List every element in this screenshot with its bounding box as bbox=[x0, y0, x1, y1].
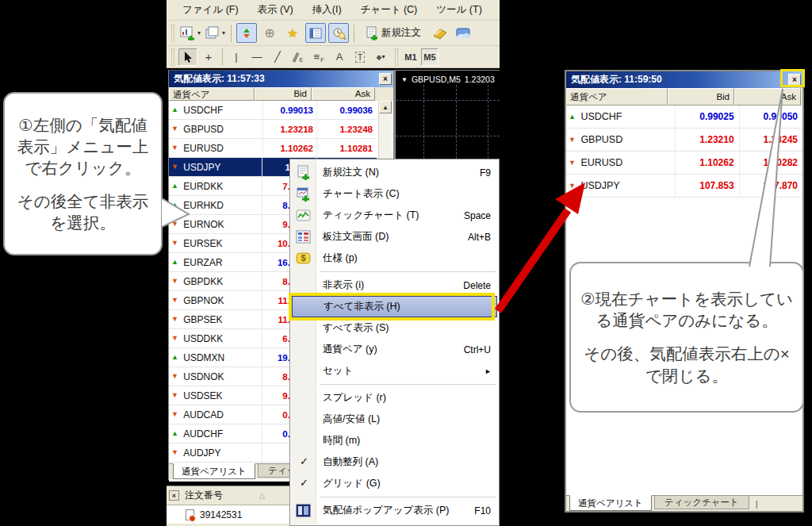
menu-item-time[interactable]: 時間 (m) bbox=[290, 430, 499, 451]
pair-label: USDNOK bbox=[183, 371, 224, 382]
tab-divider: | bbox=[756, 499, 758, 509]
table-row[interactable]: GBPUSD1.232181.23248 bbox=[169, 120, 377, 139]
menu-chart[interactable]: チャート (C) bbox=[351, 3, 427, 17]
table-row[interactable]: EURUSD1.102621.10281 bbox=[169, 139, 377, 158]
column-header-bid[interactable]: Bid bbox=[255, 87, 312, 101]
menu-item-new-order[interactable]: 新規注文 (N) F9 bbox=[290, 162, 499, 183]
trend-arrow-icon bbox=[171, 278, 181, 285]
column-header-ask[interactable]: Ask bbox=[312, 87, 375, 101]
strategy-tester-button[interactable] bbox=[328, 23, 349, 43]
order-number-column-header[interactable]: 注文番号 bbox=[185, 489, 223, 502]
pair-label: GBPUSD bbox=[183, 124, 224, 135]
cursor-tool-button[interactable] bbox=[178, 48, 197, 66]
menu-tools[interactable]: ツール (T) bbox=[427, 3, 492, 17]
mql-book-button[interactable] bbox=[430, 23, 450, 43]
menu-item-label: 気配値ポップアップ表示 (P) bbox=[323, 504, 474, 517]
data-window-button[interactable]: ⊕ bbox=[259, 23, 280, 43]
new-chart-button[interactable]: ▾ bbox=[179, 23, 201, 43]
menu-item-show-all[interactable]: すべて表示 (S) bbox=[290, 317, 499, 339]
menu-item-spread[interactable]: スプレッド (r) bbox=[290, 387, 499, 409]
table-row[interactable]: USDCHF0.990130.99036 bbox=[169, 101, 377, 120]
metaeditor-button[interactable] bbox=[453, 23, 473, 43]
menu-item-auto-arrange[interactable]: ✓ 自動整列 (A) bbox=[290, 451, 499, 473]
pair-label: EURSEK bbox=[183, 238, 222, 249]
menu-item-shortcut: Ctrl+U bbox=[464, 344, 499, 355]
menu-view[interactable]: 表示 (V) bbox=[248, 3, 303, 17]
trend-arrow-icon bbox=[171, 240, 181, 247]
trendline-tool-button[interactable]: ╱ bbox=[268, 48, 287, 66]
market-watch-titlebar[interactable]: 気配値表示: 11:57:33 × bbox=[169, 71, 393, 87]
menu-item-specification[interactable]: $ 仕様 (p) bbox=[290, 248, 499, 269]
navigator-star-icon: ★ bbox=[287, 26, 297, 40]
fibonacci-tool-button[interactable]: ≡F bbox=[309, 48, 328, 66]
column-header-row: 通貨ペア Bid Ask bbox=[169, 87, 393, 101]
crosshair-icon: + bbox=[205, 50, 213, 63]
pair-label: USDMXN bbox=[183, 352, 224, 363]
market-watch-icon bbox=[240, 27, 253, 40]
trend-arrow-icon bbox=[569, 159, 578, 167]
chart-window-icon bbox=[296, 186, 311, 202]
tab-symbols[interactable]: 通貨ペアリスト bbox=[569, 495, 652, 511]
menu-item-chart-window[interactable]: チャート表示 (C) bbox=[290, 183, 499, 205]
toolbar-grip bbox=[171, 48, 174, 66]
horizontal-line-tool-button[interactable]: — bbox=[247, 48, 266, 66]
order-id: 39142531 bbox=[200, 509, 242, 520]
market-watch-tabbar: 通貨ペアリスト ティックチャート | bbox=[566, 495, 802, 511]
market-watch-toggle-button[interactable] bbox=[236, 23, 257, 43]
menu-item-high-low[interactable]: 高値/安値 (L) bbox=[290, 409, 499, 430]
toolbar-grip bbox=[395, 48, 398, 66]
pair-label: AUDJPY bbox=[183, 447, 220, 459]
text-tool-icon: A bbox=[336, 51, 343, 63]
tab-tick-chart[interactable]: ティックチャート bbox=[654, 496, 749, 509]
timeframe-m1-button[interactable]: M1 bbox=[402, 48, 419, 66]
menu-item-grid[interactable]: ✓ グリッド (G) bbox=[290, 473, 499, 494]
close-icon[interactable]: × bbox=[169, 490, 179, 501]
crosshair-tool-button[interactable]: + bbox=[199, 48, 218, 66]
chart-dropdown-icon[interactable]: ▼ bbox=[401, 76, 408, 83]
new-order-button[interactable]: 新規注文 bbox=[359, 23, 427, 43]
menu-item-shortcut: F10 bbox=[474, 505, 499, 516]
order-document-icon bbox=[186, 509, 194, 520]
menu-item-label: グリッド (G) bbox=[323, 477, 499, 490]
close-icon[interactable]: × bbox=[379, 73, 392, 85]
menu-separator bbox=[320, 497, 496, 497]
menu-file[interactable]: ファイル (F) bbox=[173, 3, 248, 17]
timeframe-m5-button[interactable]: M5 bbox=[421, 48, 439, 66]
toolbar-separator bbox=[222, 48, 223, 66]
menu-item-tick-chart[interactable]: ティックチャート (T) Space bbox=[290, 205, 499, 226]
column-header-pair[interactable]: 通貨ペア bbox=[566, 88, 668, 106]
tab-symbols[interactable]: 通貨ペアリスト bbox=[173, 463, 255, 479]
terminal-icon bbox=[309, 28, 322, 39]
column-header-pair[interactable]: 通貨ペア bbox=[169, 87, 255, 101]
terminal-button[interactable] bbox=[305, 23, 326, 43]
trend-arrow-icon bbox=[569, 113, 578, 121]
text-tool-button[interactable]: A bbox=[330, 48, 349, 66]
tick-chart-icon bbox=[296, 208, 311, 223]
menu-insert[interactable]: 挿入(I) bbox=[303, 3, 351, 17]
menu-item-symbols[interactable]: 通貨ペア (y) Ctrl+U bbox=[290, 339, 499, 360]
menu-item-sets[interactable]: セット ► bbox=[290, 360, 499, 382]
fibonacci-sub-label: F bbox=[320, 57, 324, 63]
trend-arrow-icon bbox=[171, 392, 181, 399]
arrows-tool-button[interactable]: ◆▾ bbox=[371, 48, 390, 66]
channel-tool-button[interactable]: ∥E bbox=[289, 48, 308, 66]
profiles-button[interactable]: ▾ bbox=[204, 23, 226, 43]
menu-item-label: 非表示 (i) bbox=[323, 278, 463, 292]
menu-item-depth-of-market[interactable]: 板注文画面 (D) Alt+B bbox=[290, 226, 499, 248]
text-label-tool-button[interactable]: T bbox=[350, 48, 370, 66]
callout-step2-text2: その後、気配値表示右上の×で閉じる。 bbox=[579, 343, 795, 386]
vertical-line-tool-button[interactable]: | bbox=[227, 48, 246, 66]
trend-arrow-icon bbox=[171, 430, 181, 437]
column-header-bid[interactable]: Bid bbox=[668, 88, 734, 106]
scroll-up-icon[interactable]: ▲ bbox=[379, 101, 392, 113]
callout-step1-text2: その後全て非表示を選択。 bbox=[11, 190, 155, 233]
menu-item-label: スプレッド (r) bbox=[323, 391, 499, 405]
navigator-button[interactable]: ★ bbox=[282, 23, 303, 43]
trend-arrow-icon bbox=[171, 297, 181, 304]
menu-item-popup-prices[interactable]: 気配値ポップアップ表示 (P) F10 bbox=[290, 500, 499, 521]
pair-label: USDCHF bbox=[580, 111, 622, 122]
menu-window[interactable]: ウィンドウ (W) bbox=[492, 3, 500, 17]
chart-title[interactable]: ▼ GBPUSD,M5 1.23203 bbox=[401, 75, 495, 84]
channel-sub-label: E bbox=[299, 57, 303, 63]
trend-arrow-icon bbox=[171, 106, 181, 113]
